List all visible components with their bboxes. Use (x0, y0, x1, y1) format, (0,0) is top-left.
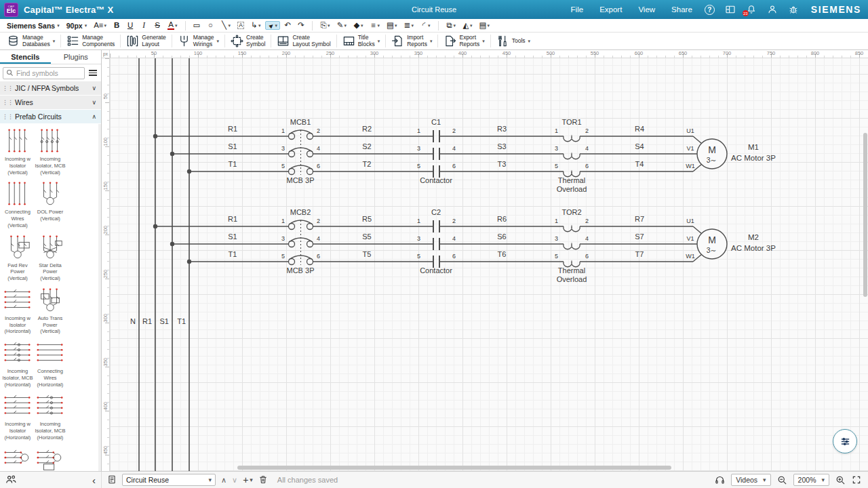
previous-page-icon[interactable]: ∧ (221, 476, 226, 485)
strikethrough-button[interactable]: S (151, 20, 163, 31)
fullscreen-icon[interactable] (852, 475, 861, 485)
stencil-item[interactable]: DOL Power (Horizontal) (2, 446, 33, 472)
help-icon[interactable]: ? (705, 5, 715, 15)
next-page-icon[interactable]: ∨ (232, 476, 237, 485)
stencil-thumbnail (36, 287, 64, 314)
menu-file[interactable]: File (571, 5, 584, 14)
zoom-out-icon[interactable] (777, 475, 787, 485)
line-weight-button[interactable]: ≡▾ (368, 20, 383, 31)
svg-text:MCB 3P: MCB 3P (287, 176, 315, 184)
connector-tool-button[interactable]: ↳▾ (248, 20, 264, 31)
pen-tool-button[interactable]: ✎▾ (334, 20, 350, 31)
import-reports-button[interactable]: ImportReports▾ (387, 34, 436, 49)
arrange-button[interactable]: ▤▾ (477, 20, 492, 31)
horizontal-scrollbar[interactable] (237, 466, 671, 470)
menu-share[interactable]: Share (671, 5, 692, 14)
quick-settings-fab[interactable] (833, 429, 857, 453)
collapse-sidebar-icon[interactable]: ‹ (92, 475, 96, 485)
tab-plugins[interactable]: Plugins (51, 50, 102, 64)
underline-button[interactable]: U (124, 20, 136, 31)
sidebar-scrollbar[interactable] (98, 124, 101, 471)
vertical-scrollbar[interactable] (863, 133, 867, 297)
flip-button[interactable]: ◭▾ (460, 20, 475, 31)
duplicate-button[interactable]: ⧉▾ (443, 20, 459, 31)
manage-components-button[interactable]: ManageComponents (62, 34, 119, 49)
bug-icon[interactable] (788, 4, 799, 15)
format-painter-button[interactable]: ⎘▾ (317, 20, 333, 31)
stencil-item[interactable]: Fwd Rev Power (Horizontal) (35, 446, 66, 472)
panels-icon[interactable] (725, 4, 736, 15)
text-style-button[interactable]: A≡▾ (91, 20, 109, 31)
section-wires[interactable]: ⋮⋮Wires∨ (0, 96, 101, 110)
bold-button[interactable]: B (111, 20, 123, 31)
font-family-select[interactable]: Siemens Sans▾ (4, 21, 62, 30)
create-layout-symbol-button[interactable]: CreateLayout Symbol (273, 34, 334, 49)
generate-layout-button[interactable]: GenerateLayout (122, 34, 170, 49)
stencil-item[interactable]: Connecting Wires (Horizontal) (35, 340, 66, 388)
manage-wirings-button[interactable]: ManageWirings▾ (174, 34, 223, 49)
ellipse-tool-button[interactable]: ○ (204, 20, 216, 31)
format-toolbar-items: Siemens Sans▾90px▾A≡▾BUISA▾▭○╲▾A↳▾►▾↶↷⎘▾… (4, 20, 492, 32)
caret-down-icon: ▾ (763, 476, 766, 483)
menu-view[interactable]: View (638, 5, 655, 14)
svg-text:R3: R3 (497, 125, 507, 133)
line-tool-button[interactable]: ╲▾ (218, 20, 233, 31)
redo-button[interactable]: ↷ (295, 20, 307, 31)
tools-button[interactable]: Tools▾ (492, 34, 534, 48)
search-input[interactable]: Find symbols (3, 67, 85, 79)
caret-down-icon: ▾ (821, 476, 825, 483)
stencil-item[interactable]: Incoming Isolator, MCB (Vertical) (35, 127, 66, 176)
corner-style-button[interactable]: ◜▾ (418, 20, 433, 31)
zoom-level-selector[interactable]: 200% ▾ (793, 474, 829, 486)
line-spacing-button[interactable]: ≣▾ (401, 20, 416, 31)
stencil-item[interactable]: Auto Trans Power (Vertical) (35, 287, 66, 335)
menu-export[interactable]: Export (599, 5, 622, 14)
schematic-grid[interactable]: NR1S1T1MCB1MCB 3PC1ContactorTOR1ThermalO… (110, 58, 868, 471)
collaborators-icon[interactable] (5, 474, 17, 487)
svg-text:5: 5 (281, 253, 285, 260)
svg-text:MCB2: MCB2 (290, 208, 311, 216)
svg-text:6: 6 (452, 163, 456, 169)
rectangle-tool-button[interactable]: ▭ (191, 20, 203, 31)
line-style-button[interactable]: ▤▾ (384, 20, 399, 31)
delete-page-icon[interactable] (258, 474, 268, 486)
user-icon[interactable] (767, 4, 778, 15)
stencil-item[interactable]: Fwd Rev Power (Vertical) (2, 234, 33, 282)
notifications-icon[interactable]: 23 (746, 4, 757, 15)
stencil-item[interactable]: Incoming w Isolator (Horizontal) (2, 392, 33, 441)
stencil-item[interactable]: DOL Power (Vertical) (35, 180, 66, 228)
stencil-item[interactable]: Incoming w Isolator (Horizontal) (2, 287, 33, 335)
stencil-item[interactable]: Incoming Isolator, MCB (Horizontal) (2, 340, 33, 388)
drag-handle-icon[interactable]: ⋮⋮ (2, 85, 13, 92)
support-headset-icon[interactable] (715, 475, 725, 485)
font-color-button[interactable]: A▾ (165, 20, 180, 32)
pointer-tool-button[interactable]: ►▾ (265, 21, 281, 30)
create-symbol-button[interactable]: CreateSymbol (226, 34, 269, 49)
drag-handle-icon[interactable]: ⋮⋮ (2, 99, 13, 106)
stencil-sidebar: Stencils Plugins Find symbols ⋮⋮JIC / NF… (0, 50, 102, 471)
stencil-item[interactable]: Incoming Isolator, MCB (Horizontal) (35, 392, 66, 441)
page-selector[interactable]: Circuit Reuse ▾ (122, 474, 216, 486)
fill-color-button[interactable]: ◆▾ (351, 20, 366, 31)
stencil-item[interactable]: Star Delta Power (Vertical) (35, 234, 66, 282)
stencil-item[interactable]: Connecting Wires (Vertical) (2, 180, 33, 228)
tab-stencils[interactable]: Stencils (0, 50, 51, 64)
stencil-item[interactable]: Incoming w Isolator (Vertical) (2, 127, 33, 176)
section-jic-nfpa-symbols[interactable]: ⋮⋮JIC / NFPA Symbols∨ (0, 81, 101, 96)
section-prefab-circuits[interactable]: ⋮⋮Prefab Circuits∧ (0, 110, 101, 124)
drag-handle-icon[interactable]: ⋮⋮ (2, 113, 13, 120)
zoom-in-icon[interactable] (835, 475, 846, 485)
drawing-canvas[interactable]: px 5010015020025030035040045050055060065… (102, 50, 868, 471)
wirings-icon (178, 35, 191, 47)
title-blocks-button[interactable]: TitleBlocks▾ (338, 34, 384, 49)
manage-databases-button[interactable]: ManageDatabases▾ (3, 34, 59, 49)
font-size-select[interactable]: 90px▾ (64, 21, 90, 30)
stencil-menu-icon[interactable] (87, 68, 98, 77)
italic-button[interactable]: I (138, 20, 150, 31)
undo-button[interactable]: ↶ (281, 20, 294, 31)
text-box-tool-button[interactable]: A (235, 20, 247, 30)
svg-text:Contactor: Contactor (420, 176, 452, 184)
help-videos-selector[interactable]: Videos ▾ (731, 474, 770, 486)
export-reports-button[interactable]: ExportReports▾ (439, 34, 488, 49)
add-page-button[interactable]: + ▾ (243, 475, 253, 485)
